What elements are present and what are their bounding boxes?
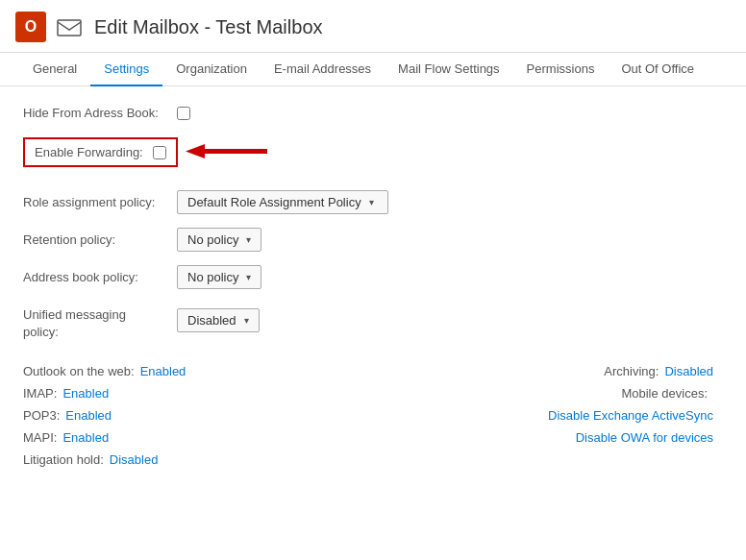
enable-forwarding-row: Enable Forwarding: bbox=[23, 137, 723, 167]
page-header: O Edit Mailbox - Test Mailbox bbox=[0, 0, 746, 53]
unified-messaging-label: Unified messagingpolicy: bbox=[23, 306, 177, 341]
unified-messaging-dropdown[interactable]: Disabled ▾ bbox=[177, 308, 260, 332]
hide-address-book-label: Hide From Adress Book: bbox=[23, 106, 177, 120]
retention-policy-row: Retention policy: No policy ▾ bbox=[23, 228, 723, 252]
pop3-row: POP3: Enabled bbox=[23, 408, 186, 423]
mailbox-icon bbox=[56, 13, 83, 40]
forwarding-highlight-box: Enable Forwarding: bbox=[23, 137, 178, 167]
enable-forwarding-checkbox[interactable] bbox=[153, 146, 166, 159]
litigation-hold-key: Litigation hold: bbox=[23, 452, 104, 467]
role-assignment-dropdown[interactable]: Default Role Assignment Policy ▾ bbox=[177, 190, 388, 214]
archiving-row: Archiving: Disabled bbox=[548, 364, 713, 378]
disable-owa-link[interactable]: Disable OWA for devices bbox=[576, 430, 713, 445]
imap-row: IMAP: Enabled bbox=[23, 386, 186, 401]
disable-owa-row: Disable OWA for devices bbox=[548, 430, 713, 445]
hide-address-book-row: Hide From Adress Book: bbox=[23, 106, 723, 120]
archiving-value[interactable]: Disabled bbox=[664, 364, 713, 378]
status-right-column: Archiving: Disabled Mobile devices: Disa… bbox=[548, 364, 723, 475]
mobile-devices-row: Mobile devices: bbox=[548, 386, 713, 401]
svg-rect-0 bbox=[58, 20, 81, 36]
status-section: Outlook on the web: Enabled IMAP: Enable… bbox=[23, 364, 723, 475]
role-assignment-value: Default Role Assignment Policy bbox=[187, 195, 361, 209]
address-book-policy-label: Address book policy: bbox=[23, 270, 177, 284]
outlook-web-key: Outlook on the web: bbox=[23, 364, 135, 378]
tab-email-addresses[interactable]: E-mail Addresses bbox=[261, 53, 385, 86]
mapi-row: MAPI: Enabled bbox=[23, 430, 186, 445]
svg-marker-2 bbox=[186, 144, 205, 158]
retention-policy-dropdown[interactable]: No policy ▾ bbox=[177, 228, 261, 252]
role-assignment-label: Role assignment policy: bbox=[23, 195, 177, 209]
imap-key: IMAP: bbox=[23, 386, 57, 401]
unified-messaging-value: Disabled bbox=[187, 313, 236, 328]
mobile-devices-key: Mobile devices: bbox=[621, 386, 708, 401]
outlook-web-row: Outlook on the web: Enabled bbox=[23, 364, 186, 378]
tab-out-of-office[interactable]: Out Of Office bbox=[608, 53, 708, 86]
logo-text: O bbox=[25, 18, 37, 36]
status-left-column: Outlook on the web: Enabled IMAP: Enable… bbox=[23, 364, 186, 475]
settings-content: Hide From Adress Book: Enable Forwarding… bbox=[0, 86, 746, 494]
arrow-svg bbox=[186, 139, 272, 162]
policy-section: Role assignment policy: Default Role Ass… bbox=[23, 190, 723, 341]
disable-activesync-row: Disable Exchange ActiveSync bbox=[548, 408, 713, 423]
office-logo: O bbox=[15, 12, 46, 42]
address-book-policy-row: Address book policy: No policy ▾ bbox=[23, 265, 723, 289]
page-title: Edit Mailbox - Test Mailbox bbox=[94, 16, 323, 38]
mailbox-icon-wrapper bbox=[56, 13, 83, 40]
unified-messaging-caret: ▾ bbox=[244, 315, 249, 326]
tab-general[interactable]: General bbox=[19, 53, 90, 86]
address-book-policy-caret: ▾ bbox=[246, 272, 251, 282]
tab-mail-flow[interactable]: Mail Flow Settings bbox=[385, 53, 512, 86]
tab-bar: General Settings Organization E-mail Add… bbox=[0, 53, 746, 86]
outlook-web-value[interactable]: Enabled bbox=[140, 364, 186, 378]
mapi-value[interactable]: Enabled bbox=[62, 430, 109, 445]
archiving-key: Archiving: bbox=[604, 364, 659, 378]
role-assignment-row: Role assignment policy: Default Role Ass… bbox=[23, 190, 723, 214]
retention-policy-label: Retention policy: bbox=[23, 232, 177, 247]
hide-address-book-checkbox[interactable] bbox=[177, 107, 190, 120]
role-assignment-caret: ▾ bbox=[369, 197, 374, 207]
unified-messaging-row: Unified messagingpolicy: Disabled ▾ bbox=[23, 303, 723, 341]
svg-rect-1 bbox=[205, 149, 267, 154]
retention-policy-caret: ▾ bbox=[246, 234, 251, 245]
litigation-hold-row: Litigation hold: Disabled bbox=[23, 452, 186, 467]
enable-forwarding-label: Enable Forwarding: bbox=[35, 145, 143, 159]
retention-policy-value: No policy bbox=[187, 232, 238, 247]
address-book-policy-value: No policy bbox=[187, 270, 238, 284]
litigation-hold-value[interactable]: Disabled bbox=[110, 452, 159, 467]
red-arrow-indicator bbox=[186, 139, 272, 165]
address-book-policy-dropdown[interactable]: No policy ▾ bbox=[177, 265, 261, 289]
disable-activesync-link[interactable]: Disable Exchange ActiveSync bbox=[548, 408, 713, 423]
tab-organization[interactable]: Organization bbox=[162, 53, 261, 86]
mapi-key: MAPI: bbox=[23, 430, 57, 445]
tab-permissions[interactable]: Permissions bbox=[513, 53, 609, 86]
tab-settings[interactable]: Settings bbox=[90, 53, 162, 86]
imap-value[interactable]: Enabled bbox=[62, 386, 109, 401]
pop3-value[interactable]: Enabled bbox=[65, 408, 112, 423]
pop3-key: POP3: bbox=[23, 408, 60, 423]
